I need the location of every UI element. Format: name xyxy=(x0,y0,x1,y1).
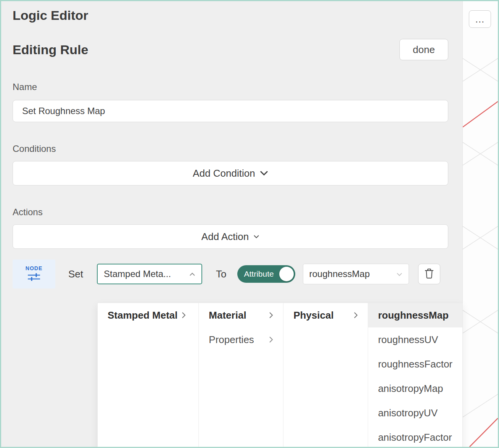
rule-name-input[interactable] xyxy=(13,100,448,122)
more-options-button[interactable]: ... xyxy=(469,10,491,28)
menu-item-physical[interactable]: Physical xyxy=(283,303,368,327)
chevron-right-icon xyxy=(354,312,358,319)
menu-item-label: Properties xyxy=(209,334,254,346)
trash-icon xyxy=(424,268,434,280)
delete-action-button[interactable] xyxy=(418,264,440,284)
attribute-toggle[interactable]: Attribute xyxy=(237,265,295,283)
action-row: NODE Set Stamped Meta... To xyxy=(13,259,448,288)
node-select-value: Stamped Meta... xyxy=(104,269,171,279)
menu-item-stamped-metal[interactable]: Stamped Metal xyxy=(98,303,198,327)
menu-item-label: roughnessMap xyxy=(378,309,449,321)
node-badge[interactable]: NODE xyxy=(13,259,55,288)
menu-item-label: Physical xyxy=(293,309,334,321)
to-label: To xyxy=(216,268,226,280)
add-action-label: Add Action xyxy=(201,231,249,243)
menu-item-roughness-factor[interactable]: roughnessFactor xyxy=(368,352,462,376)
menu-column-node: Stamped Metal xyxy=(98,303,199,448)
viewport-grid-icon xyxy=(463,1,498,447)
menu-item-label: Stamped Metal xyxy=(108,309,178,321)
sliders-icon xyxy=(27,273,41,283)
add-action-button[interactable]: Add Action xyxy=(13,224,448,249)
menu-item-roughness-map[interactable]: roughnessMap xyxy=(368,303,462,327)
attribute-select[interactable]: roughnessMap xyxy=(303,264,409,284)
attribute-toggle-label: Attribute xyxy=(244,269,274,279)
conditions-label: Conditions xyxy=(13,143,448,154)
menu-item-anisotropy-uv[interactable]: anisotropyUV xyxy=(368,401,462,425)
set-label: Set xyxy=(68,268,83,280)
menu-item-label: anisotropyFactor xyxy=(378,432,452,443)
node-badge-label: NODE xyxy=(26,265,42,271)
name-label: Name xyxy=(13,82,448,92)
menu-item-label: Material xyxy=(209,309,246,321)
screen: ... Logic Editor Editing Rule done Name … xyxy=(0,0,499,448)
rule-title: Editing Rule xyxy=(13,42,88,57)
menu-item-roughness-uv[interactable]: roughnessUV xyxy=(368,327,462,352)
page-title: Logic Editor xyxy=(13,8,448,23)
cascading-menu: Stamped Metal Material Properties xyxy=(97,303,463,448)
menu-item-label: roughnessUV xyxy=(378,334,438,346)
attribute-select-value: roughnessMap xyxy=(309,269,370,279)
menu-item-label: anisotropyMap xyxy=(378,383,443,395)
chevron-right-icon xyxy=(269,336,273,343)
actions-label: Actions xyxy=(13,207,448,218)
chevron-down-icon xyxy=(396,272,402,276)
chevron-right-icon xyxy=(182,312,186,319)
add-condition-button[interactable]: Add Condition xyxy=(13,161,448,185)
add-condition-label: Add Condition xyxy=(193,168,255,179)
chevron-down-icon xyxy=(260,171,268,176)
menu-column-attributes: roughnessMap roughnessUV roughnessFactor… xyxy=(368,303,462,448)
chevron-right-icon xyxy=(269,312,273,319)
node-select[interactable]: Stamped Meta... xyxy=(97,264,202,284)
done-button[interactable]: done xyxy=(399,39,448,60)
menu-item-label: roughnessFactor xyxy=(378,358,452,370)
chevron-down-icon xyxy=(253,235,259,239)
viewport-3d[interactable] xyxy=(462,1,498,447)
menu-item-properties[interactable]: Properties xyxy=(199,327,283,352)
toggle-knob xyxy=(279,267,294,281)
rule-header: Editing Rule done xyxy=(13,39,448,60)
menu-item-material[interactable]: Material xyxy=(199,303,283,327)
menu-item-anisotropy-map[interactable]: anisotropyMap xyxy=(368,376,462,401)
menu-column-type: Physical xyxy=(283,303,368,448)
menu-item-anisotropy-factor[interactable]: anisotropyFactor xyxy=(368,425,462,448)
menu-item-label: anisotropyUV xyxy=(378,407,438,419)
menu-column-category: Material Properties xyxy=(199,303,283,448)
chevron-up-icon xyxy=(189,272,195,276)
